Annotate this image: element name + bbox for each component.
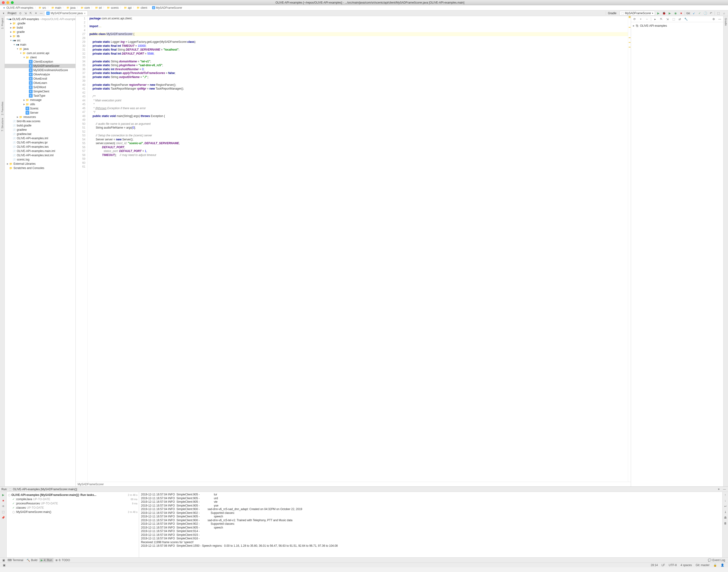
breadcrumb-item[interactable]: 📁scenic — [106, 6, 120, 10]
stop-run-button[interactable]: ■ — [1, 499, 5, 503]
gradle-toggle-icon[interactable]: ⇄ — [678, 17, 682, 21]
collapse-all-icon[interactable]: ⇱ — [28, 11, 33, 15]
gradle-root-node[interactable]: ▶ 🐘 OLIVE-API-examples — [633, 24, 722, 28]
layout-icon[interactable]: ⬚ — [1, 510, 5, 514]
vcs-revert-icon[interactable]: ↶ — [709, 11, 713, 15]
line-separator[interactable]: LF — [660, 564, 667, 567]
minimize-window-icon[interactable] — [6, 1, 9, 4]
gradle-expand-icon[interactable]: ⇲ — [665, 17, 670, 21]
run-tab[interactable]: ▶4: Run — [39, 558, 54, 562]
project-dropdown[interactable]: ▾ — [1, 11, 6, 15]
tree-node[interactable]: CMySADFrameScorer — [5, 64, 75, 68]
stop-button[interactable]: ■ — [679, 11, 683, 15]
expand-all-icon[interactable]: ⇲ — [23, 11, 28, 15]
show-windows-icon[interactable]: ▣ — [1, 558, 6, 562]
project-tree[interactable]: ▼■OLIVE-API-examples~/repos/OLIVE-API-ex… — [5, 16, 75, 487]
scroll-to-end-icon[interactable]: ⤓ — [723, 510, 728, 514]
navigation-bar[interactable]: ■OLIVE-API-examples〉📁src〉📁main〉📁java〉📁co… — [0, 5, 728, 10]
zoom-window-icon[interactable] — [11, 1, 14, 4]
vcs-commit-icon[interactable]: ✓ — [698, 11, 702, 15]
build-tab[interactable]: 🔨Build — [25, 558, 39, 562]
run-header-config[interactable]: OLIVE-API-examples [MySADFrameScorer.mai… — [13, 488, 77, 491]
tree-node[interactable]: CSimpleClient — [5, 89, 75, 93]
editor-tab[interactable]: C MySADFrameScorer.java ✕ — [44, 11, 87, 16]
tree-node[interactable]: ▼java — [5, 47, 75, 51]
task-row[interactable]: ✓:classes UP-TO-DATE — [8, 506, 137, 510]
tree-node[interactable]: ▶External Libraries — [5, 162, 75, 166]
breadcrumb-item[interactable]: ■OLIVE-API-examples — [1, 6, 34, 10]
run-configuration-selector[interactable]: ⬚ MySADFrameScorer ▾ — [620, 11, 655, 16]
task-row[interactable]: ✓:processResources UP-TO-DATE9 ms — [8, 501, 137, 506]
run-hide-icon[interactable]: — — [722, 487, 727, 491]
tree-node[interactable]: CClientException — [5, 60, 75, 64]
tree-node[interactable]: ▶resources — [5, 115, 75, 119]
select-opened-file-icon[interactable]: ⊙ — [18, 11, 22, 15]
tree-node[interactable]: COliveAnalyze — [5, 72, 75, 77]
task-row[interactable]: ◌:MySADFrameScorer.main()2 m 48 s — [8, 510, 137, 514]
vcs-history-icon[interactable]: 🕓 — [703, 11, 708, 15]
tree-node[interactable]: OLIVE-API-examples.ipr — [5, 140, 75, 145]
project-view-label[interactable]: Project — [7, 12, 17, 15]
inspector-icon[interactable]: 👤 — [719, 564, 726, 567]
file-encoding[interactable]: UTF-8 — [667, 564, 678, 567]
rerun-button[interactable]: ▶ — [1, 493, 5, 497]
gradle-add-icon[interactable]: + — [639, 17, 643, 21]
breadcrumb-item[interactable]: 📁sri — [94, 6, 103, 10]
tree-node[interactable]: bird-8b.wav.scores — [5, 119, 75, 123]
task-root[interactable]: ◌ OLIVE-API-examples [MySADFrameScorer.m… — [8, 493, 137, 497]
tree-node[interactable]: CSADWord — [5, 85, 75, 89]
tree-node[interactable]: ▶lib — [5, 34, 75, 38]
tree-node[interactable]: OLIVE-API-examples.main.iml — [5, 149, 75, 153]
event-log-tab[interactable]: 💬Event Log — [707, 558, 727, 562]
gradle-gear-icon[interactable]: ⚙ — [712, 17, 716, 21]
breadcrumb-item[interactable]: 📁main — [50, 6, 62, 10]
todo-tab[interactable]: ≣6: TODO — [54, 558, 71, 562]
caret-position[interactable]: 28:14 — [649, 564, 660, 567]
tree-node[interactable]: ▼■OLIVE-API-examples~/repos/OLIVE-API-ex… — [5, 17, 75, 21]
breadcrumb-item[interactable]: 📁java — [65, 6, 76, 10]
gradle-run-task-icon[interactable]: ▸ — [653, 17, 657, 21]
scroll-up-icon[interactable]: ↑ — [723, 493, 728, 497]
gradle-tool-tab[interactable]: Gradle — [724, 18, 727, 26]
profile-button[interactable]: ◉ — [673, 11, 678, 15]
search-everywhere-icon[interactable]: ⌕ — [722, 11, 726, 15]
tree-node[interactable]: ▼■src — [5, 38, 75, 43]
run-console[interactable]: 2019-12-11 16:57:04 INFO SimpleClient:90… — [139, 492, 722, 557]
filter-icon[interactable]: 👁 — [1, 504, 5, 508]
structure-tool-tab[interactable]: 7: Structure — [1, 118, 4, 131]
breadcrumb-item[interactable]: MySADFrameScorer — [78, 483, 104, 486]
print-icon[interactable]: 🖶 — [723, 515, 728, 520]
run-button[interactable]: ▶ — [656, 11, 661, 15]
tree-node[interactable]: CScenic — [5, 106, 75, 111]
hide-panel-icon[interactable]: — — [39, 11, 43, 15]
status-toggle-icon[interactable]: ▣ — [2, 563, 6, 567]
gradle-refresh-icon[interactable]: ⟳ — [633, 17, 637, 21]
tree-node[interactable]: ▶.gradle — [5, 21, 75, 25]
debug-button[interactable]: 🐞 — [662, 11, 666, 15]
clear-icon[interactable]: 🗑 — [723, 521, 728, 525]
pin-icon[interactable]: 📌 — [1, 515, 5, 520]
project-tool-tab[interactable]: 1: Project — [1, 18, 4, 29]
breadcrumb-item[interactable]: 📁com — [79, 6, 91, 10]
tree-node[interactable]: gradlew.bat — [5, 132, 75, 136]
close-window-icon[interactable] — [2, 1, 5, 4]
tree-node[interactable]: CServer — [5, 111, 75, 115]
tree-node[interactable]: CMySIDEnrollmentAndScore — [5, 68, 75, 72]
indent-config[interactable]: 4 spaces — [678, 564, 694, 567]
soft-wrap-icon[interactable]: ↩ — [723, 504, 728, 508]
settings-icon[interactable]: ✶ — [34, 11, 38, 15]
gradle-collapse-icon[interactable]: ⇱ — [659, 17, 663, 21]
tree-node[interactable]: ▶message — [5, 98, 75, 102]
run-settings-icon[interactable]: ✶ — [717, 487, 721, 491]
gradle-hide-icon[interactable]: — — [718, 17, 722, 21]
tree-node[interactable]: OLIVE-API-examples.iml — [5, 136, 75, 140]
close-tab-icon[interactable]: ✕ — [84, 12, 86, 15]
run-task-tree[interactable]: ◌ OLIVE-API-examples [MySADFrameScorer.m… — [7, 492, 139, 557]
coverage-button[interactable]: ▶ — [668, 11, 672, 15]
line-gutter[interactable]: 1234272829303132333435363738394041424344… — [76, 16, 87, 482]
favorites-tool-tab[interactable]: 2: Favorites — [1, 101, 4, 115]
tree-node[interactable]: ▶gradle — [5, 30, 75, 34]
tree-node[interactable]: ▼client — [5, 55, 75, 60]
breadcrumb-item[interactable]: 📁client — [136, 6, 148, 10]
task-row[interactable]: ✓:compileJava UP-TO-DATE69 ms — [8, 497, 137, 501]
